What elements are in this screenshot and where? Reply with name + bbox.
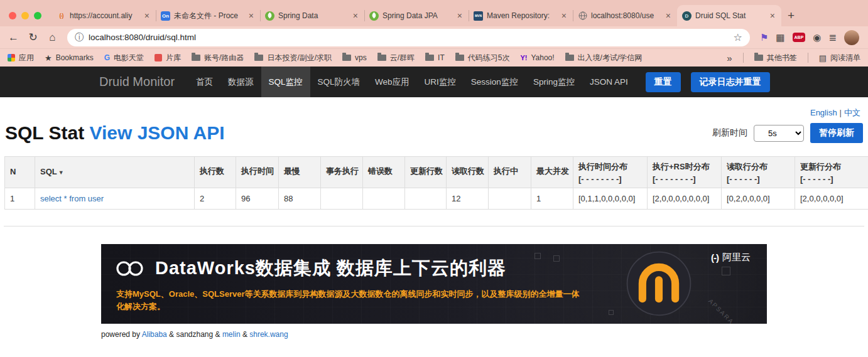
col-header-fetch-row-histogram[interactable]: 读取行分布[- - - - - -] bbox=[722, 157, 795, 188]
bookmark-folder-practice[interactable]: 代码练习5次 bbox=[455, 53, 510, 63]
browser-tab-spring-data-jpa[interactable]: Spring Data JPA × bbox=[364, 5, 469, 26]
shrek-wang-link[interactable]: shrek.wang bbox=[249, 330, 288, 339]
bookmark-folder-vps[interactable]: vps bbox=[342, 53, 367, 62]
sql-detail-link[interactable]: select * from user bbox=[40, 194, 104, 203]
new-tab-button[interactable]: + bbox=[781, 9, 801, 26]
browser-tab-localhost[interactable]: localhost:8080/use × bbox=[573, 5, 677, 26]
language-link-english[interactable]: English bbox=[810, 108, 837, 117]
nav-item-sql-monitor[interactable]: SQL监控 bbox=[261, 67, 310, 97]
col-header-slowest[interactable]: 最慢 bbox=[279, 157, 321, 188]
browser-tab-processon[interactable]: On 未命名文件 - Proce × bbox=[156, 5, 260, 26]
pause-refresh-button[interactable]: 暂停刷新 bbox=[810, 123, 863, 143]
col-header-execute-count[interactable]: 执行数 bbox=[195, 157, 236, 188]
tab-close-icon[interactable]: × bbox=[143, 10, 151, 21]
window-minimize-button[interactable] bbox=[21, 12, 29, 19]
melin-link[interactable]: melin bbox=[222, 330, 241, 339]
bookmark-reading-list[interactable]: ▤ 阅读清单 bbox=[819, 53, 860, 63]
bookmark-label: vps bbox=[355, 53, 367, 62]
col-header-update-count[interactable]: 更新行数 bbox=[405, 157, 447, 188]
nav-item-uri-monitor[interactable]: URI监控 bbox=[417, 67, 464, 97]
bookmarks-divider bbox=[808, 53, 808, 63]
bookmark-label: 出入境/考试/学信网 bbox=[578, 53, 643, 63]
bookmarks-bar: 应用 ★ Bookmarks G 电影天堂 片库 账号/路由器 日本投资/副业/… bbox=[0, 48, 868, 67]
col-header-running[interactable]: 执行中 bbox=[489, 157, 531, 188]
profile-avatar[interactable] bbox=[844, 30, 859, 45]
cell-update-histogram: [2,0,0,0,0,0] bbox=[795, 188, 868, 210]
alibaba-link[interactable]: Alibaba bbox=[142, 330, 167, 339]
main-content: English|中文 SQL Stat View JSON API 刷新时间 5… bbox=[0, 97, 868, 339]
col-header-execute-time[interactable]: 执行时间 bbox=[236, 157, 279, 188]
cell-sql: select * from user bbox=[35, 188, 195, 210]
tab-title: https://account.aliy bbox=[70, 11, 139, 20]
nav-item-sql-firewall[interactable]: SQL防火墙 bbox=[310, 67, 368, 97]
browser-tab-druid-active[interactable]: D Druid SQL Stat × bbox=[677, 5, 781, 26]
bookmark-folder-exams[interactable]: 出入境/考试/学信网 bbox=[565, 53, 643, 63]
bookmark-apps[interactable]: 应用 bbox=[8, 53, 34, 63]
tab-close-icon[interactable]: × bbox=[560, 10, 568, 21]
url-text[interactable]: localhost:8080/druid/sql.html bbox=[89, 33, 729, 42]
druid-navbar: Druid Monitor 首页 数据源 SQL监控 SQL防火墙 Web应用 … bbox=[0, 67, 868, 97]
bookmark-pianku[interactable]: 片库 bbox=[155, 53, 181, 63]
bookmark-folder-cloud[interactable]: 云/群晖 bbox=[377, 53, 415, 63]
tab-close-icon[interactable]: × bbox=[456, 10, 464, 21]
window-zoom-button[interactable] bbox=[34, 12, 41, 19]
col-header-sql[interactable]: SQL▼ bbox=[35, 157, 195, 188]
extension-flag-icon[interactable]: ⚑ bbox=[760, 32, 768, 43]
home-button[interactable]: ⌂ bbox=[44, 31, 61, 44]
nav-item-session-monitor[interactable]: Session监控 bbox=[464, 67, 526, 97]
col-header-fetch-row-count[interactable]: 读取行数 bbox=[447, 157, 489, 188]
spring-favicon-icon bbox=[369, 11, 379, 21]
nav-item-home[interactable]: 首页 bbox=[188, 67, 220, 97]
col-header-exec-time-histogram[interactable]: 执行时间分布[- - - - - - - -] bbox=[573, 157, 648, 188]
extension-list-icon[interactable]: ≣ bbox=[828, 32, 837, 43]
window-close-button[interactable] bbox=[9, 12, 16, 19]
address-bar[interactable]: ⓘ localhost:8080/druid/sql.html ☆ bbox=[67, 29, 750, 46]
extension-circle-icon[interactable]: ◉ bbox=[813, 32, 821, 43]
nav-item-datasource[interactable]: 数据源 bbox=[220, 67, 261, 97]
tab-title: Spring Data bbox=[278, 11, 348, 20]
bookmarks-overflow-chevron[interactable]: » bbox=[727, 53, 732, 63]
bookmark-folder-it[interactable]: IT bbox=[425, 53, 445, 62]
tab-close-icon[interactable]: × bbox=[247, 10, 255, 21]
reload-button[interactable]: ↻ bbox=[24, 31, 41, 44]
spring-favicon-icon bbox=[265, 11, 274, 21]
nav-item-json-api[interactable]: JSON API bbox=[582, 67, 636, 97]
nav-item-web-app[interactable]: Web应用 bbox=[367, 67, 417, 97]
tab-close-icon[interactable]: × bbox=[769, 10, 776, 21]
extension-grid-icon[interactable]: ▦ bbox=[776, 32, 784, 43]
bookmark-yahoo[interactable]: Y! Yahoo! bbox=[520, 53, 554, 62]
view-json-api-link[interactable]: View JSON API bbox=[89, 122, 224, 143]
tab-close-icon[interactable]: × bbox=[665, 10, 672, 21]
col-header-error-count[interactable]: 错误数 bbox=[363, 157, 405, 188]
bookmark-folder-accounts[interactable]: 账号/路由器 bbox=[192, 53, 244, 63]
log-and-reset-button[interactable]: 记录日志并重置 bbox=[691, 72, 770, 92]
folder-icon bbox=[377, 55, 386, 61]
language-link-chinese[interactable]: 中文 bbox=[844, 108, 860, 117]
bookmark-other-bookmarks[interactable]: 其他书签 bbox=[754, 53, 797, 63]
tab-close-icon[interactable]: × bbox=[352, 10, 359, 21]
browser-tab-spring-data[interactable]: Spring Data × bbox=[260, 5, 364, 26]
dataworks-banner-ad[interactable]: (-) 阿里云 DataWorks数据集成 数据库上下云的利器 支持MySQL、… bbox=[101, 244, 767, 324]
nav-item-spring-monitor[interactable]: Spring监控 bbox=[526, 67, 582, 97]
col-header-update-histogram[interactable]: 更新行分布[- - - - - -] bbox=[795, 157, 868, 188]
bookmark-label: 云/群晖 bbox=[390, 53, 415, 63]
adblock-plus-icon[interactable]: ABP bbox=[793, 33, 806, 42]
col-header-exec-rs-histogram[interactable]: 执行+RS时分布[- - - - - - - -] bbox=[648, 157, 722, 188]
bookmark-star-icon[interactable]: ☆ bbox=[734, 31, 742, 43]
col-header-transaction[interactable]: 事务执行 bbox=[321, 157, 363, 188]
back-button[interactable]: ← bbox=[5, 31, 22, 44]
refresh-interval-select[interactable]: 5s bbox=[754, 125, 804, 142]
bookmark-label: 账号/路由器 bbox=[204, 53, 244, 63]
sandzhang-text: sandzhang bbox=[176, 330, 213, 339]
browser-tab-maven[interactable]: MVN Maven Repository: × bbox=[469, 5, 573, 26]
tab-title: Druid SQL Stat bbox=[695, 11, 765, 20]
site-info-icon[interactable]: ⓘ bbox=[75, 32, 84, 43]
bookmark-movie[interactable]: G 电影天堂 bbox=[104, 53, 144, 63]
processon-favicon-icon: On bbox=[161, 11, 170, 21]
col-header-max-concurrent[interactable]: 最大并发 bbox=[531, 157, 573, 188]
browser-tab-aliyun[interactable]: (-) https://account.aliy × bbox=[52, 5, 156, 26]
bookmark-bookmarks[interactable]: ★ Bookmarks bbox=[45, 53, 94, 63]
reset-button[interactable]: 重置 bbox=[646, 72, 681, 92]
cell-fetch-row-histogram: [0,2,0,0,0,0] bbox=[722, 188, 795, 210]
bookmark-folder-japan[interactable]: 日本投资/副业/求职 bbox=[254, 53, 332, 63]
